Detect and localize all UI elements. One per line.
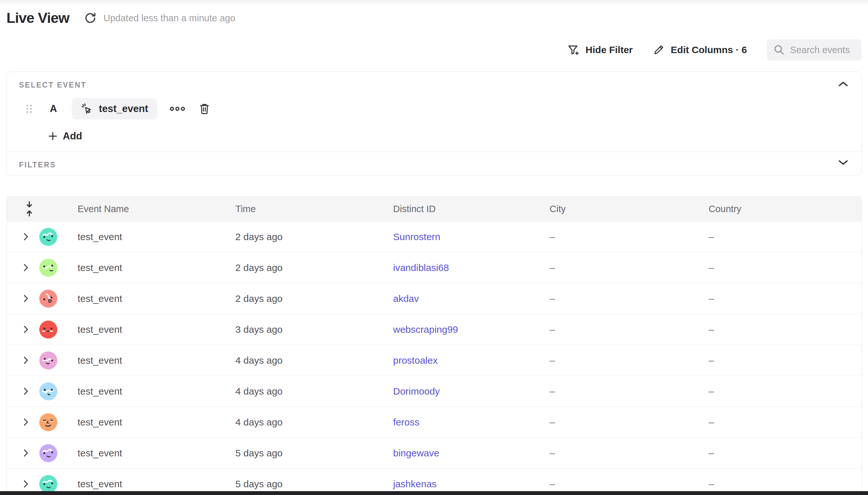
- events-table: Event Name Time Distinct ID City Country…: [6, 196, 862, 495]
- table-row[interactable]: test_event 2 days ago akdav – –: [7, 283, 861, 314]
- event-name-cell: test_event: [78, 448, 235, 459]
- country-cell: –: [709, 448, 861, 459]
- distinct-id-link[interactable]: ivandiblasi68: [393, 262, 449, 273]
- refresh-button[interactable]: [83, 11, 98, 25]
- ellipsis-icon: [169, 106, 185, 112]
- event-name-cell: test_event: [78, 386, 235, 397]
- column-header-time[interactable]: Time: [235, 204, 393, 214]
- time-cell: 4 days ago: [235, 355, 393, 366]
- chevron-right-icon[interactable]: [23, 325, 28, 334]
- event-options-button[interactable]: [169, 106, 185, 112]
- event-name-cell: test_event: [78, 479, 235, 490]
- edit-columns-button[interactable]: Edit Columns · 6: [652, 44, 747, 56]
- expand-filters-button[interactable]: [838, 159, 848, 166]
- query-builder-card: SELECT EVENT A test_event: [6, 71, 862, 175]
- table-row[interactable]: test_event 5 days ago bingewave – –: [7, 438, 861, 468]
- chevron-right-icon[interactable]: [23, 449, 28, 457]
- top-edge-gradient: [0, 0, 868, 5]
- toolbar: Hide Filter Edit Columns · 6: [567, 39, 862, 61]
- plus-icon: [48, 131, 58, 141]
- table-row[interactable]: test_event 4 days ago Dorimoody – –: [7, 376, 861, 407]
- select-event-label: SELECT EVENT: [19, 81, 87, 89]
- column-header-country[interactable]: Country: [709, 204, 861, 214]
- country-cell: –: [709, 324, 861, 335]
- distinct-id-link[interactable]: jashkenas: [393, 479, 437, 489]
- chevron-right-icon[interactable]: [23, 233, 28, 241]
- chevron-right-icon[interactable]: [23, 263, 28, 272]
- page-title: Live View: [6, 10, 69, 27]
- table-row[interactable]: test_event 4 days ago feross – –: [7, 407, 861, 438]
- event-chip-label: test_event: [99, 103, 148, 115]
- avatar: [39, 352, 57, 370]
- delete-event-button[interactable]: [199, 103, 210, 115]
- distinct-id-link[interactable]: webscraping99: [393, 324, 458, 335]
- time-cell: 3 days ago: [235, 324, 393, 335]
- avatar: [39, 475, 57, 493]
- filter-plus-icon: [567, 44, 580, 56]
- distinct-id-link[interactable]: akdav: [393, 293, 419, 304]
- time-cell: 5 days ago: [235, 448, 393, 459]
- drag-handle-icon[interactable]: [25, 104, 33, 114]
- column-header-event-name[interactable]: Event Name: [78, 204, 235, 214]
- distinct-id-link[interactable]: feross: [393, 417, 420, 427]
- table-row[interactable]: test_event 2 days ago ivandiblasi68 – –: [7, 252, 861, 283]
- event-name-cell: test_event: [78, 355, 235, 366]
- chevron-right-icon[interactable]: [23, 418, 28, 426]
- trash-icon: [199, 103, 210, 115]
- add-button-label: Add: [63, 130, 82, 142]
- time-cell: 4 days ago: [235, 386, 393, 397]
- event-name-cell: test_event: [78, 232, 235, 242]
- event-name-cell: test_event: [78, 293, 235, 304]
- section-divider: [7, 152, 861, 152]
- distinct-id-link[interactable]: bingewave: [393, 448, 439, 458]
- column-header-distinct-id[interactable]: Distinct ID: [393, 204, 549, 214]
- hide-filter-button[interactable]: Hide Filter: [567, 44, 633, 56]
- search-input[interactable]: [790, 45, 854, 55]
- chevron-right-icon[interactable]: [23, 387, 28, 395]
- table-row[interactable]: test_event 4 days ago prostoalex – –: [7, 345, 861, 376]
- avatar: [39, 444, 57, 462]
- edit-columns-label: Edit Columns · 6: [671, 45, 747, 55]
- chevron-down-icon: [838, 159, 848, 166]
- chevron-right-icon[interactable]: [23, 294, 28, 303]
- event-name-cell: test_event: [78, 417, 235, 428]
- page-header: Live View Updated less than a minute ago: [6, 10, 235, 27]
- search-box[interactable]: [767, 39, 862, 61]
- country-cell: –: [709, 386, 861, 397]
- city-cell: –: [549, 262, 709, 273]
- avatar: [39, 321, 57, 339]
- chevron-right-icon[interactable]: [23, 356, 28, 364]
- country-cell: –: [709, 417, 861, 428]
- collapse-all-rows-icon[interactable]: [24, 201, 34, 217]
- time-cell: 4 days ago: [235, 417, 393, 428]
- event-selector-chip[interactable]: test_event: [72, 98, 157, 119]
- distinct-id-link[interactable]: Dorimoody: [393, 386, 440, 396]
- country-cell: –: [709, 232, 861, 242]
- city-cell: –: [549, 386, 709, 397]
- city-cell: –: [549, 324, 709, 335]
- distinct-id-link[interactable]: prostoalex: [393, 355, 438, 365]
- chevron-up-icon: [838, 81, 848, 87]
- chevron-right-icon[interactable]: [23, 480, 28, 488]
- table-row[interactable]: test_event 2 days ago Sunrostern – –: [7, 221, 861, 252]
- city-cell: –: [549, 232, 709, 242]
- add-event-button[interactable]: Add: [48, 130, 82, 142]
- event-row-letter: A: [48, 103, 59, 115]
- collapse-section-button[interactable]: [838, 81, 848, 87]
- bottom-edge-bar: [0, 491, 868, 495]
- time-cell: 5 days ago: [235, 479, 393, 490]
- avatar: [39, 413, 57, 431]
- event-name-cell: test_event: [78, 262, 235, 273]
- time-cell: 2 days ago: [235, 262, 393, 273]
- avatar: [39, 290, 57, 308]
- table-row[interactable]: test_event 3 days ago webscraping99 – –: [7, 314, 861, 345]
- avatar: [39, 228, 57, 246]
- time-cell: 2 days ago: [235, 293, 393, 304]
- column-header-city[interactable]: City: [549, 204, 709, 214]
- avatar: [39, 259, 57, 277]
- city-cell: –: [549, 293, 709, 304]
- distinct-id-link[interactable]: Sunrostern: [393, 232, 440, 242]
- refresh-icon: [84, 11, 97, 25]
- updated-status-text: Updated less than a minute ago: [103, 13, 235, 23]
- city-cell: –: [549, 355, 709, 366]
